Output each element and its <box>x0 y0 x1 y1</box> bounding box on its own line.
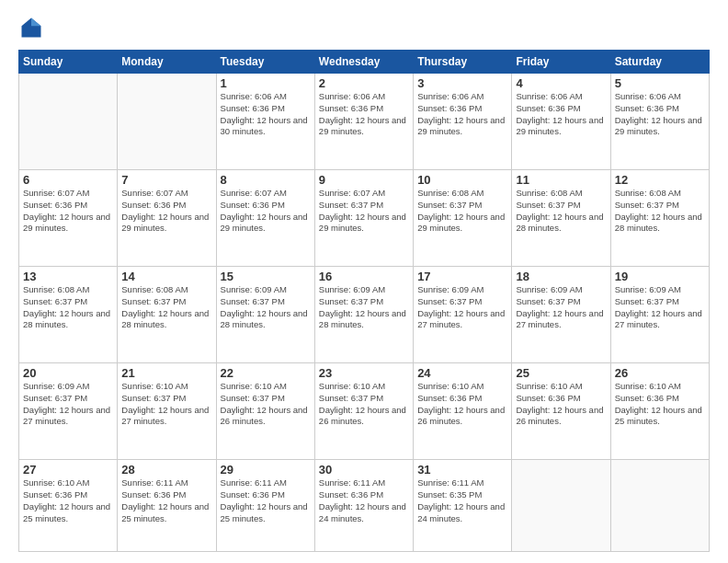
calendar-cell: 11Sunrise: 6:08 AM Sunset: 6:37 PM Dayli… <box>512 170 610 267</box>
calendar-cell: 12Sunrise: 6:08 AM Sunset: 6:37 PM Dayli… <box>610 170 709 267</box>
day-info: Sunrise: 6:11 AM Sunset: 6:36 PM Dayligh… <box>319 477 409 524</box>
day-info: Sunrise: 6:07 AM Sunset: 6:36 PM Dayligh… <box>23 188 113 235</box>
calendar-day-header: Thursday <box>414 51 512 74</box>
day-info: Sunrise: 6:10 AM Sunset: 6:36 PM Dayligh… <box>417 381 507 428</box>
day-number: 6 <box>23 173 113 187</box>
day-number: 8 <box>221 173 311 187</box>
day-number: 31 <box>417 463 507 477</box>
calendar-cell: 22Sunrise: 6:10 AM Sunset: 6:37 PM Dayli… <box>216 363 314 460</box>
day-info: Sunrise: 6:10 AM Sunset: 6:37 PM Dayligh… <box>319 381 409 428</box>
calendar-cell: 4Sunrise: 6:06 AM Sunset: 6:36 PM Daylig… <box>512 74 610 170</box>
calendar-week-row: 20Sunrise: 6:09 AM Sunset: 6:37 PM Dayli… <box>19 363 710 460</box>
day-info: Sunrise: 6:08 AM Sunset: 6:37 PM Dayligh… <box>516 188 606 235</box>
day-number: 7 <box>121 173 211 187</box>
calendar-cell: 24Sunrise: 6:10 AM Sunset: 6:36 PM Dayli… <box>414 363 512 460</box>
day-number: 25 <box>516 366 606 380</box>
calendar-cell: 14Sunrise: 6:08 AM Sunset: 6:37 PM Dayli… <box>118 267 216 363</box>
calendar-cell: 8Sunrise: 6:07 AM Sunset: 6:36 PM Daylig… <box>216 170 314 267</box>
day-info: Sunrise: 6:06 AM Sunset: 6:36 PM Dayligh… <box>417 91 507 138</box>
day-number: 10 <box>417 173 507 187</box>
day-number: 9 <box>319 173 409 187</box>
day-number: 4 <box>516 76 606 90</box>
day-info: Sunrise: 6:10 AM Sunset: 6:36 PM Dayligh… <box>615 381 705 428</box>
day-info: Sunrise: 6:11 AM Sunset: 6:36 PM Dayligh… <box>221 477 311 524</box>
day-number: 2 <box>319 76 409 90</box>
day-info: Sunrise: 6:08 AM Sunset: 6:37 PM Dayligh… <box>23 284 113 331</box>
calendar-cell: 2Sunrise: 6:06 AM Sunset: 6:36 PM Daylig… <box>314 74 413 170</box>
day-info: Sunrise: 6:10 AM Sunset: 6:36 PM Dayligh… <box>516 381 606 428</box>
day-info: Sunrise: 6:06 AM Sunset: 6:36 PM Dayligh… <box>516 91 606 138</box>
day-info: Sunrise: 6:08 AM Sunset: 6:37 PM Dayligh… <box>121 284 211 331</box>
day-info: Sunrise: 6:07 AM Sunset: 6:36 PM Dayligh… <box>121 188 211 235</box>
calendar-week-row: 6Sunrise: 6:07 AM Sunset: 6:36 PM Daylig… <box>19 170 710 267</box>
day-number: 5 <box>615 76 705 90</box>
day-info: Sunrise: 6:06 AM Sunset: 6:36 PM Dayligh… <box>615 91 705 138</box>
calendar-week-row: 13Sunrise: 6:08 AM Sunset: 6:37 PM Dayli… <box>19 267 710 363</box>
day-info: Sunrise: 6:09 AM Sunset: 6:37 PM Dayligh… <box>417 284 507 331</box>
calendar-day-header: Friday <box>512 51 610 74</box>
calendar-cell: 25Sunrise: 6:10 AM Sunset: 6:36 PM Dayli… <box>512 363 610 460</box>
calendar-cell: 7Sunrise: 6:07 AM Sunset: 6:36 PM Daylig… <box>118 170 216 267</box>
calendar-cell <box>512 460 610 552</box>
calendar-cell <box>118 74 216 170</box>
calendar-cell: 31Sunrise: 6:11 AM Sunset: 6:35 PM Dayli… <box>414 460 512 552</box>
day-number: 21 <box>121 366 211 380</box>
logo-icon <box>18 15 44 40</box>
day-number: 19 <box>615 270 705 283</box>
calendar-week-row: 27Sunrise: 6:10 AM Sunset: 6:36 PM Dayli… <box>19 460 710 552</box>
day-info: Sunrise: 6:10 AM Sunset: 6:36 PM Dayligh… <box>23 477 113 524</box>
day-number: 24 <box>417 366 507 380</box>
calendar-cell <box>19 74 118 170</box>
calendar-cell <box>610 460 709 552</box>
calendar-cell: 18Sunrise: 6:09 AM Sunset: 6:37 PM Dayli… <box>512 267 610 363</box>
day-number: 18 <box>516 270 606 283</box>
calendar-cell: 16Sunrise: 6:09 AM Sunset: 6:37 PM Dayli… <box>314 267 413 363</box>
day-info: Sunrise: 6:09 AM Sunset: 6:37 PM Dayligh… <box>221 284 311 331</box>
day-info: Sunrise: 6:10 AM Sunset: 6:37 PM Dayligh… <box>221 381 311 428</box>
calendar-cell: 1Sunrise: 6:06 AM Sunset: 6:36 PM Daylig… <box>216 74 314 170</box>
day-number: 22 <box>221 366 311 380</box>
calendar-cell: 29Sunrise: 6:11 AM Sunset: 6:36 PM Dayli… <box>216 460 314 552</box>
calendar-day-header: Monday <box>118 51 216 74</box>
day-info: Sunrise: 6:09 AM Sunset: 6:37 PM Dayligh… <box>615 284 705 331</box>
day-info: Sunrise: 6:06 AM Sunset: 6:36 PM Dayligh… <box>221 91 311 138</box>
day-info: Sunrise: 6:07 AM Sunset: 6:37 PM Dayligh… <box>319 188 409 235</box>
calendar-cell: 13Sunrise: 6:08 AM Sunset: 6:37 PM Dayli… <box>19 267 118 363</box>
day-info: Sunrise: 6:11 AM Sunset: 6:36 PM Dayligh… <box>121 477 211 524</box>
day-number: 16 <box>319 270 409 283</box>
day-info: Sunrise: 6:08 AM Sunset: 6:37 PM Dayligh… <box>417 188 507 235</box>
day-number: 17 <box>417 270 507 283</box>
day-number: 1 <box>221 76 311 90</box>
calendar-cell: 15Sunrise: 6:09 AM Sunset: 6:37 PM Dayli… <box>216 267 314 363</box>
day-number: 28 <box>121 463 211 477</box>
day-info: Sunrise: 6:09 AM Sunset: 6:37 PM Dayligh… <box>23 381 113 428</box>
day-number: 11 <box>516 173 606 187</box>
svg-marker-1 <box>31 18 41 27</box>
calendar-cell: 19Sunrise: 6:09 AM Sunset: 6:37 PM Dayli… <box>610 267 709 363</box>
calendar-cell: 26Sunrise: 6:10 AM Sunset: 6:36 PM Dayli… <box>610 363 709 460</box>
day-info: Sunrise: 6:06 AM Sunset: 6:36 PM Dayligh… <box>319 91 409 138</box>
calendar-table: SundayMondayTuesdayWednesdayThursdayFrid… <box>18 50 710 552</box>
day-number: 29 <box>221 463 311 477</box>
day-number: 13 <box>23 270 113 283</box>
calendar-cell: 21Sunrise: 6:10 AM Sunset: 6:37 PM Dayli… <box>118 363 216 460</box>
calendar-cell: 17Sunrise: 6:09 AM Sunset: 6:37 PM Dayli… <box>414 267 512 363</box>
day-number: 27 <box>23 463 113 477</box>
day-info: Sunrise: 6:09 AM Sunset: 6:37 PM Dayligh… <box>516 284 606 331</box>
calendar-cell: 23Sunrise: 6:10 AM Sunset: 6:37 PM Dayli… <box>314 363 413 460</box>
day-number: 26 <box>615 366 705 380</box>
day-number: 3 <box>417 76 507 90</box>
header <box>18 15 710 40</box>
day-info: Sunrise: 6:07 AM Sunset: 6:36 PM Dayligh… <box>221 188 311 235</box>
calendar-cell: 20Sunrise: 6:09 AM Sunset: 6:37 PM Dayli… <box>19 363 118 460</box>
logo <box>18 15 48 40</box>
calendar-cell: 9Sunrise: 6:07 AM Sunset: 6:37 PM Daylig… <box>314 170 413 267</box>
calendar-header-row: SundayMondayTuesdayWednesdayThursdayFrid… <box>19 51 710 74</box>
calendar-cell: 10Sunrise: 6:08 AM Sunset: 6:37 PM Dayli… <box>414 170 512 267</box>
day-number: 20 <box>23 366 113 380</box>
day-info: Sunrise: 6:08 AM Sunset: 6:37 PM Dayligh… <box>615 188 705 235</box>
calendar-cell: 28Sunrise: 6:11 AM Sunset: 6:36 PM Dayli… <box>118 460 216 552</box>
calendar-day-header: Sunday <box>19 51 118 74</box>
day-info: Sunrise: 6:09 AM Sunset: 6:37 PM Dayligh… <box>319 284 409 331</box>
day-number: 14 <box>121 270 211 283</box>
